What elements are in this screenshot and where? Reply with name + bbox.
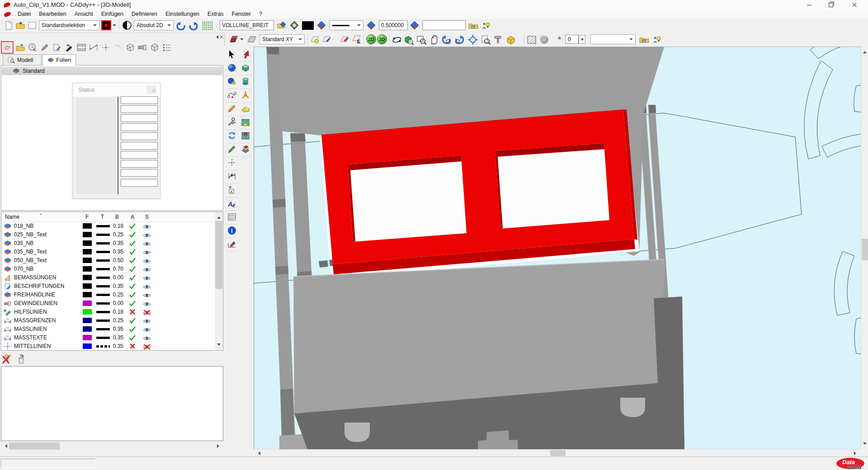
width-apply-button[interactable] bbox=[410, 20, 420, 30]
hatch-mode-button[interactable] bbox=[526, 34, 537, 45]
box-3d-button[interactable] bbox=[240, 62, 251, 75]
layer-linestyle[interactable] bbox=[96, 285, 110, 287]
spline-button[interactable] bbox=[226, 89, 238, 103]
hatch-layer-button[interactable] bbox=[76, 42, 87, 53]
plane-element-button[interactable]: E bbox=[352, 34, 362, 44]
active-check-icon[interactable] bbox=[129, 257, 136, 263]
active-check-icon[interactable] bbox=[129, 291, 136, 298]
hidden-eye-icon[interactable] bbox=[142, 343, 151, 349]
active-cross-icon[interactable] bbox=[129, 309, 136, 315]
layer-color-swatch[interactable] bbox=[83, 292, 92, 297]
eraser-chart-button[interactable] bbox=[226, 238, 238, 252]
panel-close-button[interactable] bbox=[219, 34, 224, 40]
layer-linestyle[interactable] bbox=[96, 302, 110, 305]
layer-linestyle[interactable] bbox=[96, 345, 110, 348]
menu-fenster[interactable]: Fenster bbox=[228, 10, 255, 19]
col-name[interactable]: Name bbox=[5, 214, 19, 220]
layer-row[interactable]: GEWINDELINIEN0.00 bbox=[1, 299, 215, 308]
status-field[interactable] bbox=[121, 169, 158, 177]
layer-color-swatch[interactable] bbox=[83, 283, 92, 289]
info-button[interactable]: i bbox=[226, 225, 238, 238]
layer-counter-field[interactable]: 0 bbox=[565, 35, 579, 44]
zoom-window-button[interactable] bbox=[416, 34, 427, 45]
text-ab-button[interactable]: Ab bbox=[226, 197, 238, 211]
plane-edit-button[interactable] bbox=[322, 34, 332, 44]
layer-linestyle[interactable] bbox=[96, 328, 110, 330]
layer-row[interactable]: 070_NB0.70 bbox=[1, 265, 215, 273]
dimension-zigzag-button[interactable] bbox=[226, 170, 238, 184]
minimize-button[interactable] bbox=[799, 0, 819, 10]
active-check-icon[interactable] bbox=[129, 274, 136, 281]
hatch-band-button[interactable] bbox=[226, 211, 238, 225]
table-scrollbar[interactable] bbox=[215, 212, 223, 350]
helper-line-button[interactable]: H bbox=[64, 42, 75, 53]
shading-sphere-button[interactable] bbox=[539, 34, 550, 45]
layer-row[interactable]: 035_NB_Text0.35 bbox=[1, 248, 215, 256]
viewport-canvas[interactable] bbox=[254, 47, 861, 449]
linetype-folder-button[interactable] bbox=[277, 20, 287, 30]
orbit-button[interactable] bbox=[392, 34, 402, 45]
layer-color-swatch[interactable] bbox=[83, 232, 92, 237]
coordinate-mode-combo[interactable]: Absolut 2D bbox=[134, 20, 174, 30]
wire-box-button[interactable] bbox=[125, 42, 136, 53]
scroll-down-icon[interactable] bbox=[863, 442, 867, 446]
plane-combo[interactable]: Standard XY bbox=[259, 34, 305, 44]
layer-linestyle[interactable] bbox=[96, 268, 110, 270]
panel-hscrollbar-thumb[interactable] bbox=[9, 442, 60, 450]
layer-new-note-button[interactable] bbox=[52, 42, 62, 53]
layer-color-swatch[interactable] bbox=[83, 301, 92, 306]
restore-button[interactable] bbox=[821, 0, 841, 10]
grid-button[interactable] bbox=[202, 21, 213, 31]
layer-edit-button[interactable] bbox=[39, 42, 50, 53]
selection-listbox[interactable] bbox=[1, 366, 223, 441]
layer-color-swatch[interactable] bbox=[83, 309, 92, 315]
list-grid-button[interactable] bbox=[161, 42, 172, 53]
menu-definieren[interactable]: Definieren bbox=[127, 10, 161, 19]
color-apply-button[interactable] bbox=[316, 20, 326, 30]
new-document-button[interactable] bbox=[4, 20, 14, 30]
status-field[interactable] bbox=[121, 179, 158, 187]
status-field[interactable] bbox=[121, 105, 158, 113]
bolt-button[interactable] bbox=[137, 42, 148, 53]
layer-row[interactable]: 10MASSLINIEN0.35 bbox=[1, 325, 215, 334]
line-width-field[interactable]: 0.500000 bbox=[379, 20, 408, 30]
active-check-icon[interactable] bbox=[129, 283, 136, 289]
status-dialog-close-button[interactable] bbox=[146, 86, 156, 94]
active-check-icon[interactable] bbox=[129, 240, 136, 246]
tools-button[interactable] bbox=[226, 116, 238, 130]
select-arrow-button[interactable] bbox=[226, 48, 238, 62]
group-folder-button[interactable] bbox=[468, 20, 478, 30]
delete-filter-button[interactable] bbox=[2, 354, 13, 365]
visible-eye-icon[interactable] bbox=[142, 283, 151, 289]
layer-color-swatch[interactable] bbox=[83, 326, 92, 332]
layer-color-swatch[interactable] bbox=[83, 275, 92, 280]
group-lamp-button[interactable] bbox=[652, 34, 662, 44]
contrast-button[interactable] bbox=[122, 20, 132, 30]
selection-color-dropdown[interactable] bbox=[112, 20, 117, 30]
measure-frame-button[interactable]: A bbox=[226, 184, 238, 197]
layer-history-button[interactable] bbox=[27, 42, 38, 53]
scroll-left-icon[interactable] bbox=[3, 444, 7, 448]
active-check-icon[interactable] bbox=[129, 300, 136, 306]
layer-row[interactable]: HHILFSLINIEN0.18 bbox=[1, 308, 215, 316]
workplane-button[interactable] bbox=[229, 34, 239, 44]
layer-linestyle[interactable] bbox=[96, 225, 110, 227]
status-field[interactable] bbox=[121, 151, 158, 159]
restore-button[interactable] bbox=[16, 354, 26, 365]
layer-linestyle[interactable] bbox=[96, 277, 110, 279]
layer-color-swatch[interactable] bbox=[83, 266, 92, 272]
zoom-next-button[interactable] bbox=[454, 34, 465, 45]
layer-row[interactable]: 10MASSTEXTE0.35 bbox=[1, 334, 215, 342]
pencil-orange-button[interactable] bbox=[226, 103, 238, 116]
cylinder-button[interactable] bbox=[240, 75, 251, 89]
sheet-button[interactable] bbox=[27, 20, 37, 30]
menu-bearbeiten[interactable]: Bearbeiten bbox=[35, 10, 70, 19]
linestyle-apply-button[interactable] bbox=[366, 20, 376, 30]
active-check-icon[interactable] bbox=[129, 334, 136, 341]
visible-eye-icon[interactable] bbox=[142, 240, 151, 246]
favorite-star-icon[interactable]: ★ bbox=[557, 35, 562, 41]
viewport-vscrollbar-thumb[interactable] bbox=[862, 239, 868, 260]
active-check-icon[interactable] bbox=[129, 231, 136, 238]
layer-linestyle[interactable] bbox=[96, 251, 110, 253]
tab-modell[interactable]: Modell bbox=[3, 54, 42, 65]
